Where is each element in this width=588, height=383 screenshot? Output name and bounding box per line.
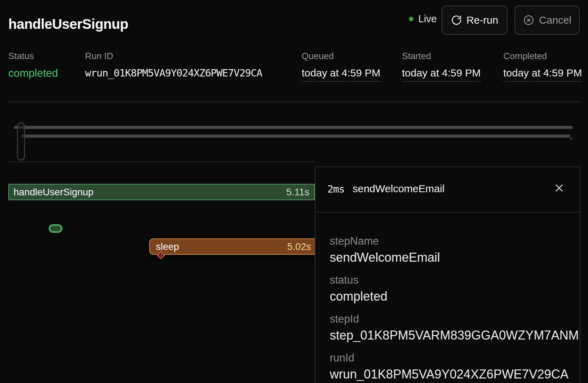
meta-status: Status completed [8, 51, 58, 80]
step-title: sendWelcomeEmail [353, 183, 445, 195]
meta-completed-label: Completed [503, 51, 582, 62]
gantt-bar-workflow-label: handleUserSignup [14, 187, 93, 198]
completed-time[interactable]: today at 4:59 PM [503, 67, 582, 82]
gantt-bar-sleep-duration: 5.02s [287, 241, 311, 252]
gantt-bar-workflow-duration: 5.11s [286, 187, 309, 198]
panel-header-divider [316, 212, 580, 213]
meta-run-id-label: Run ID [85, 51, 262, 62]
detail-status-value: completed [330, 289, 387, 304]
gantt-top-divider [8, 162, 315, 162]
detail-status-label: status [330, 274, 359, 286]
minimap-sleep-bar [21, 135, 570, 138]
detail-runid-value: wrun_01K8PM5VA9Y024XZ6PWE7V29CA [330, 367, 569, 382]
status-badge: completed [8, 67, 58, 80]
step-detail-panel: 2ms sendWelcomeEmail stepName sendWelcom… [315, 166, 580, 383]
refresh-icon [451, 15, 462, 26]
meta-status-label: Status [8, 51, 58, 62]
started-time[interactable]: today at 4:59 PM [402, 67, 481, 82]
meta-completed: Completed today at 4:59 PM [503, 51, 582, 82]
step-detail-header: 2ms sendWelcomeEmail [316, 167, 580, 212]
detail-stepid-value: step_01K8PM5VARM839GGA0WZYM7ANM [330, 328, 579, 343]
run-id-value: wrun_01K8PM5VA9Y024XZ6PWE7V29CA [85, 67, 262, 79]
header-divider [8, 101, 580, 102]
cancel-label: Cancel [539, 14, 571, 26]
circle-x-icon [523, 14, 535, 26]
meta-queued-label: Queued [302, 51, 380, 62]
step-duration: 2ms [327, 183, 344, 195]
panel-close-button[interactable] [551, 180, 568, 196]
meta-started-label: Started [402, 51, 481, 62]
live-dot-icon [409, 17, 413, 21]
close-icon [554, 183, 564, 193]
minimap-brush-handle[interactable] [17, 122, 25, 161]
detail-runid-label: runId [330, 352, 354, 364]
rerun-button[interactable]: Re-run [442, 6, 507, 35]
gantt-step-pill-sendwelcomeemail[interactable] [49, 224, 62, 233]
queued-time[interactable]: today at 4:59 PM [302, 67, 380, 82]
live-indicator: Live [409, 13, 437, 25]
meta-started: Started today at 4:59 PM [402, 51, 481, 82]
rerun-label: Re-run [467, 14, 498, 26]
detail-stepname-label: stepName [330, 235, 379, 247]
meta-queued: Queued today at 4:59 PM [302, 51, 380, 82]
page-title: handleUserSignup [8, 16, 128, 32]
gantt-bar-sleep-label: sleep [156, 241, 179, 252]
detail-stepid-label: stepId [330, 313, 359, 325]
gantt-bar-sleep[interactable]: sleep 5.02s [149, 238, 316, 255]
live-label: Live [418, 13, 437, 25]
meta-run-id: Run ID wrun_01K8PM5VA9Y024XZ6PWE7V29CA [85, 51, 262, 79]
detail-stepname-value: sendWelcomeEmail [330, 250, 440, 265]
cancel-button[interactable]: Cancel [514, 6, 580, 35]
minimap-tick [570, 137, 572, 140]
minimap-workflow-bar [14, 126, 573, 129]
gantt-bar-workflow[interactable]: handleUserSignup 5.11s [8, 184, 315, 200]
